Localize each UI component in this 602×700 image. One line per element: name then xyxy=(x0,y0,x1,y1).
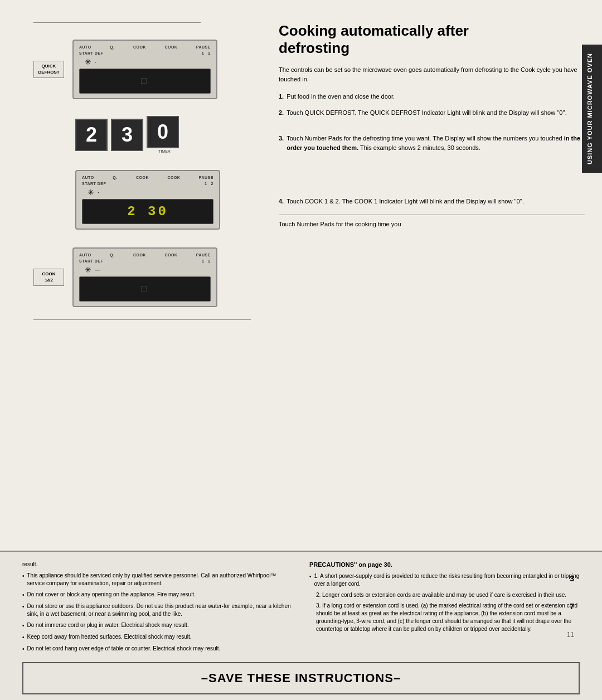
bullet-4: • Do not immerse cord or plug in water. … xyxy=(22,621,293,630)
result-text: result. xyxy=(22,560,293,568)
bottom-right-column: PRECAUTIONS'' on page 30. • 1. A short p… xyxy=(304,560,580,657)
vertical-tab: USING YOUR MICROWAVE OVEN xyxy=(582,45,602,173)
step-4: 4. Touch COOK 1 & 2. The COOK 1 Indicato… xyxy=(279,197,585,206)
step-5-partial: Touch Number Pads for the cooking time y… xyxy=(279,220,585,229)
page-container: QUICK DEFROST AUTO Q. COOK COOK PAUSE ST… xyxy=(0,0,602,700)
step-1: 1. Put food in the oven and close the do… xyxy=(279,92,585,101)
right-item-3-text: 3. If a long cord or extension cord is u… xyxy=(316,602,580,633)
page-number-3: 3 xyxy=(570,574,574,583)
precautions-header: PRECAUTIONS'' on page 30. xyxy=(309,560,580,570)
digit-3-container: 0 TIMER xyxy=(147,116,182,153)
bullet-5-text: Keep cord away from heated surfaces. Ele… xyxy=(27,633,192,641)
panel-subheader-2: START DEF 1 2 xyxy=(82,182,213,186)
bullet-6: • Do not let cord hang over edge of tabl… xyxy=(22,645,293,653)
step-3-text: Touch Number Pads for the defrosting tim… xyxy=(287,134,585,152)
bottom-content: result. • This appliance should be servi… xyxy=(0,552,602,662)
section-title: Cooking automatically after defrosting xyxy=(279,22,585,57)
cook-label: COOK 1&2 xyxy=(33,269,64,286)
right-bullet-1-text: 1. A short power-supply cord is provided… xyxy=(314,572,580,588)
title-line2: defrosting xyxy=(279,40,585,57)
top-divider xyxy=(33,22,201,23)
digit-1-container: 2 xyxy=(75,119,111,151)
bottom-left-column: result. • This appliance should be servi… xyxy=(22,560,304,657)
bullet-icon-4: • xyxy=(22,621,25,630)
step-3: 3. Touch Number Pads for the defrosting … xyxy=(279,134,585,152)
number-display-row: 2 3 0 TIMER xyxy=(75,116,251,153)
dash-indicator: · xyxy=(95,59,96,65)
microwave-panel-2: AUTO Q. COOK COOK PAUSE START DEF 1 2 ✳ … xyxy=(75,170,220,230)
step-2-text: Touch QUICK DEFROST. The QUICK DEFROST I… xyxy=(287,108,585,118)
panel-divider xyxy=(33,319,251,320)
page-number-7: 7 xyxy=(570,602,574,611)
step-5-text-partial: Touch Number Pads for the cooking time y… xyxy=(279,220,585,229)
right-item-3: 3. If a long cord or extension cord is u… xyxy=(316,602,580,633)
page-number-11: 11 xyxy=(567,631,574,639)
step-3-num: 3. xyxy=(279,134,284,152)
header-q: Q. xyxy=(110,45,114,49)
panel-header-2: AUTO Q. COOK COOK PAUSE xyxy=(82,176,213,179)
defrost-icon-2: ✳ xyxy=(88,188,94,197)
step-2-num: 2. xyxy=(279,108,284,118)
step-1-text: Put food in the oven and close the door. xyxy=(287,92,585,101)
save-instructions-banner: –SAVE THESE INSTRUCTIONS– xyxy=(22,662,580,694)
timer-label: TIMER xyxy=(158,149,171,153)
panel-row-1: QUICK DEFROST AUTO Q. COOK COOK PAUSE ST… xyxy=(33,34,251,105)
right-item-2: 2. Longer cord sets or extension cords a… xyxy=(316,591,580,599)
bullet-icon-6: • xyxy=(22,645,25,653)
bullet-1: • This appliance should be serviced only… xyxy=(22,572,293,587)
panel-subheader-3: START DEF 1 2 xyxy=(79,259,211,263)
bullet-4-text: Do not immerse cord or plug in water. El… xyxy=(27,621,189,630)
bullet-3: • Do not store or use this appliance out… xyxy=(22,602,293,618)
digit-2-container: 3 xyxy=(111,119,147,151)
display-1: □ xyxy=(79,69,211,94)
step-4-num: 4. xyxy=(279,197,284,206)
digit-3: 0 xyxy=(147,116,179,148)
intro-text: The controls can be set so the microwave… xyxy=(279,65,585,84)
right-bullet-icon-1: • xyxy=(309,572,312,588)
defrost-icon-3: ✳ xyxy=(85,265,91,274)
bullet-icon-2: • xyxy=(22,591,25,599)
step-4-text: Touch COOK 1 & 2. The COOK 1 Indicator L… xyxy=(287,197,585,206)
bullet-2-text: Do not cover or block any opening on the… xyxy=(27,591,196,599)
panel-header-1: AUTO Q. COOK COOK PAUSE xyxy=(79,45,211,49)
bullet-1-text: This appliance should be serviced only b… xyxy=(27,572,293,587)
bullet-icon-5: • xyxy=(22,633,25,641)
bullet-icon-1: • xyxy=(22,572,25,587)
microwave-panel-3: AUTO Q. COOK COOK PAUSE START DEF 1 2 ✳ … xyxy=(72,247,217,307)
title-line1: Cooking automatically after xyxy=(279,22,585,40)
quick-defrost-label: QUICK DEFROST xyxy=(33,61,64,78)
dash-indicator-2: · xyxy=(98,189,99,196)
header-cook2: COOK xyxy=(164,45,177,49)
bullet-5: • Keep cord away from heated surfaces. E… xyxy=(22,633,293,641)
display-2: 2 30 xyxy=(82,199,213,224)
display-3: □ xyxy=(79,276,211,302)
panel-header-3: AUTO Q. COOK COOK PAUSE xyxy=(79,253,211,257)
defrost-icon: ✳ xyxy=(85,57,91,66)
header-12: 1 2 xyxy=(202,51,211,55)
header-cook1: COOK xyxy=(133,45,146,49)
header-pause: PAUSE xyxy=(196,45,211,49)
header-auto: AUTO xyxy=(79,45,91,49)
step-1-num: 1. xyxy=(279,92,284,101)
bullet-3-text: Do not store or use this appliance outdo… xyxy=(27,602,293,618)
bullet-icon-3: • xyxy=(22,602,25,618)
right-bullet-1: • 1. A short power-supply cord is provid… xyxy=(309,572,580,588)
digit-1: 2 xyxy=(75,119,108,151)
microwave-panel-1: AUTO Q. COOK COOK PAUSE START DEF 1 2 ✳ … xyxy=(72,40,217,99)
dash-indicator-3: — xyxy=(95,267,100,273)
panel-row-2: AUTO Q. COOK COOK PAUSE START DEF 1 2 ✳ … xyxy=(75,164,251,235)
right-divider xyxy=(279,215,585,215)
panel-row-3: COOK 1&2 AUTO Q. COOK COOK PAUSE START D… xyxy=(33,242,251,313)
panel-subheader-1: START DEF 1 2 xyxy=(79,51,211,55)
bullet-6-text: Do not let cord hang over edge of table … xyxy=(27,645,221,653)
header-start: START DEF xyxy=(79,51,103,55)
right-item-2-text: 2. Longer cord sets or extension cords a… xyxy=(316,591,580,599)
step-2: 2. Touch QUICK DEFROST. The QUICK DEFROS… xyxy=(279,108,585,118)
bullet-2: • Do not cover or block any opening on t… xyxy=(22,591,293,599)
digit-2: 3 xyxy=(111,119,143,151)
